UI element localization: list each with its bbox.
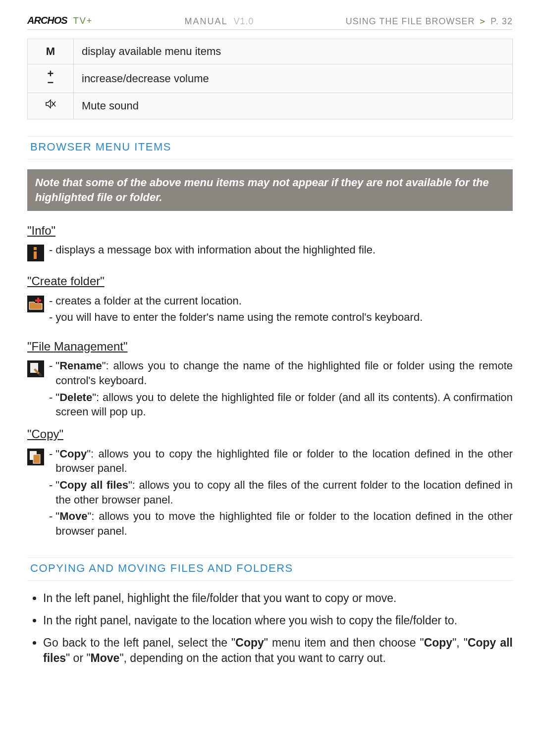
subheading-file-management: "File Management" (27, 339, 513, 354)
table-row: Mute sound (28, 93, 513, 119)
breadcrumb: USING THE FILE BROWSER > P. 32 (346, 15, 513, 27)
info-body: - displays a message box with informatio… (49, 243, 513, 259)
table-row: M display available menu items (28, 39, 513, 64)
page-header: ARCHOS TV+ MANUAL V1.0 USING THE FILE BR… (27, 14, 513, 30)
copy-copy-line: - "Copy": allows you to copy the highlig… (49, 447, 513, 476)
create-text1: creates a folder at the current location… (55, 294, 241, 308)
create-body: - creates a folder at the current locati… (49, 294, 513, 327)
subheading-copy: "Copy" (27, 426, 513, 442)
breadcrumb-text: USING THE FILE BROWSER (346, 16, 475, 26)
create-text2: you will have to enter the folder's name… (55, 310, 423, 325)
info-text: displays a message box with information … (55, 243, 375, 257)
dash-icon: - (49, 478, 53, 493)
info-icon (27, 245, 44, 261)
menu-item-create-folder: - creates a folder at the current locati… (27, 294, 513, 327)
dash-icon: - (49, 294, 53, 308)
fm-delete-text: "Delete": allows you to delete the highl… (55, 390, 513, 419)
table-row: + − increase/decrease volume (28, 64, 513, 93)
copy-move-text: "Move": allows you to move the highlight… (55, 509, 513, 538)
manual-version: MANUAL V1.0 (93, 15, 346, 27)
copy-icon (27, 449, 44, 465)
button-table: M display available menu items + − incre… (27, 39, 513, 119)
info-line: - displays a message box with informatio… (49, 243, 513, 257)
brand-logo: ARCHOS (27, 15, 67, 26)
key-cell-plus-minus: + − (28, 64, 74, 93)
section-heading-copying-moving: COPYING AND MOVING FILES AND FOLDERS (27, 557, 513, 581)
fm-rename-line: - "Rename": allows you to change the nam… (49, 358, 513, 388)
section-heading-browser-menu: BROWSER MENU ITEMS (27, 136, 513, 160)
manual-page: ARCHOS TV+ MANUAL V1.0 USING THE FILE BR… (0, 0, 535, 756)
menu-item-file-management: - "Rename": allows you to change the nam… (27, 358, 513, 421)
list-item: Go back to the left panel, select the "C… (43, 635, 513, 666)
breadcrumb-arrow-icon: > (480, 16, 485, 26)
list-item: In the left panel, highlight the file/fo… (43, 591, 513, 606)
mute-icon (45, 98, 56, 110)
fm-body: - "Rename": allows you to change the nam… (49, 358, 513, 421)
dash-icon: - (49, 243, 53, 257)
desc-cell: increase/decrease volume (74, 64, 513, 93)
copy-body: - "Copy": allows you to copy the highlig… (49, 447, 513, 541)
svg-rect-4 (34, 252, 37, 259)
svg-rect-7 (35, 300, 41, 302)
create-line1: - creates a folder at the current locati… (49, 294, 513, 308)
fm-delete-line: - "Delete": allows you to delete the hig… (49, 390, 513, 419)
key-cell-mute (28, 93, 74, 119)
list-item: In the right panel, navigate to the loca… (43, 613, 513, 628)
dash-icon: - (49, 509, 53, 524)
brand-block: ARCHOS TV+ (27, 14, 93, 27)
desc-cell: Mute sound (74, 93, 513, 119)
create-folder-icon (27, 296, 44, 312)
desc-cell: display available menu items (74, 39, 513, 64)
copy-move-line: - "Move": allows you to move the highlig… (49, 509, 513, 538)
manual-label: MANUAL (184, 16, 227, 26)
dash-icon: - (49, 310, 53, 325)
manual-version-number: V1.0 (233, 16, 254, 26)
key-m: M (46, 45, 55, 57)
subheading-create-folder: "Create folder" (27, 273, 513, 289)
key-cell-m: M (28, 39, 74, 64)
svg-rect-12 (33, 454, 40, 463)
create-line2: - you will have to enter the folder's na… (49, 310, 513, 325)
steps-list: In the left panel, highlight the file/fo… (29, 591, 513, 666)
subheading-info: "Info" (27, 223, 513, 239)
dash-icon: - (49, 447, 53, 461)
svg-rect-3 (34, 247, 37, 250)
brand-suffix: TV+ (73, 16, 93, 26)
menu-item-info: - displays a message box with informatio… (27, 243, 513, 261)
file-management-icon (27, 360, 44, 377)
note-box: Note that some of the above menu items m… (27, 169, 513, 210)
dash-icon: - (49, 390, 53, 405)
copy-all-text: "Copy all files": allows you to copy all… (55, 478, 513, 507)
dash-icon: - (49, 358, 53, 373)
minus-icon: − (36, 78, 65, 88)
fm-rename-text: "Rename": allows you to change the name … (55, 358, 513, 388)
copy-all-line: - "Copy all files": allows you to copy a… (49, 478, 513, 507)
page-number: P. 32 (490, 16, 513, 26)
menu-item-copy: - "Copy": allows you to copy the highlig… (27, 447, 513, 541)
copy-copy-text: "Copy": allows you to copy the highlight… (55, 447, 513, 476)
